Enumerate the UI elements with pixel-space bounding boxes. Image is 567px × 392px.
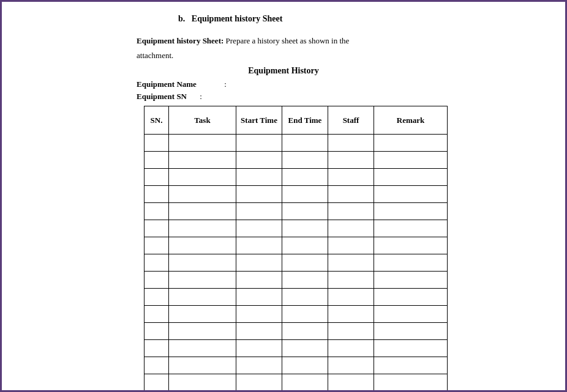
- table-cell: [169, 220, 236, 237]
- table-cell: [236, 237, 282, 254]
- table-container: SN. Task Start Time End Time Staff Remar…: [144, 106, 541, 391]
- table-cell: [169, 135, 236, 152]
- table-cell: [169, 169, 236, 186]
- table-cell: [282, 357, 328, 374]
- table-cell: [282, 340, 328, 357]
- table-cell: [374, 289, 448, 306]
- table-cell: [169, 357, 236, 374]
- table-cell: [145, 186, 169, 203]
- table-row: [145, 220, 448, 237]
- table-cell: [236, 254, 282, 272]
- table-cell: [282, 272, 328, 289]
- table-cell: [169, 254, 236, 272]
- table-cell: [374, 186, 448, 203]
- table-cell: [169, 186, 236, 203]
- table-cell: [169, 237, 236, 254]
- table-cell: [145, 357, 169, 374]
- table-row: [145, 340, 448, 357]
- table-cell: [145, 152, 169, 169]
- table-row: [145, 254, 448, 272]
- table-cell: [236, 152, 282, 169]
- table-row: [145, 169, 448, 186]
- field-equipment-sn: Equipment SN :: [137, 91, 541, 103]
- table-cell: [236, 186, 282, 203]
- table-cell: [145, 340, 169, 357]
- table-cell: [236, 272, 282, 289]
- table-cell: [328, 169, 374, 186]
- table-cell: [145, 306, 169, 323]
- table-cell: [328, 306, 374, 323]
- table-cell: [374, 152, 448, 169]
- header-end-time: End Time: [282, 106, 328, 135]
- table-cell: [374, 323, 448, 340]
- table-cell: [145, 203, 169, 220]
- table-row: [145, 186, 448, 203]
- table-cell: [145, 237, 169, 254]
- table-cell: [328, 272, 374, 289]
- table-cell: [374, 374, 448, 391]
- field-equipment-name: Equipment Name :: [137, 78, 541, 91]
- header-start-time: Start Time: [236, 106, 282, 135]
- table-cell: [374, 254, 448, 272]
- table-cell: [169, 203, 236, 220]
- table-cell: [169, 152, 236, 169]
- table-cell: [282, 254, 328, 272]
- table-row: [145, 306, 448, 323]
- table-cell: [236, 169, 282, 186]
- table-cell: [328, 237, 374, 254]
- table-row: [145, 152, 448, 169]
- table-cell: [169, 306, 236, 323]
- table-cell: [328, 357, 374, 374]
- header-task: Task: [169, 106, 236, 135]
- table-row: [145, 237, 448, 254]
- table-cell: [236, 135, 282, 152]
- equipment-sn-label: Equipment SN: [137, 91, 198, 103]
- table-cell: [374, 220, 448, 237]
- equipment-name-label: Equipment Name: [137, 78, 222, 91]
- table-cell: [236, 289, 282, 306]
- table-cell: [169, 323, 236, 340]
- table-cell: [374, 357, 448, 374]
- table-cell: [374, 135, 448, 152]
- table-cell: [236, 374, 282, 391]
- table-row: [145, 135, 448, 152]
- table-cell: [282, 203, 328, 220]
- table-cell: [145, 220, 169, 237]
- table-cell: [328, 289, 374, 306]
- table-cell: [282, 289, 328, 306]
- table-cell: [328, 152, 374, 169]
- table-cell: [145, 169, 169, 186]
- table-cell: [145, 323, 169, 340]
- table-cell: [236, 203, 282, 220]
- table-cell: [328, 254, 374, 272]
- table-cell: [169, 374, 236, 391]
- table-cell: [328, 340, 374, 357]
- section-heading-text: Equipment history Sheet: [192, 14, 283, 23]
- table-cell: [328, 135, 374, 152]
- table-cell: [236, 340, 282, 357]
- equipment-name-sep: :: [224, 78, 227, 91]
- instruction-text-line2: attachment.: [137, 51, 173, 60]
- table-cell: [282, 186, 328, 203]
- table-cell: [145, 254, 169, 272]
- table-cell: [236, 220, 282, 237]
- table-cell: [328, 220, 374, 237]
- table-cell: [145, 289, 169, 306]
- table-header-row: SN. Task Start Time End Time Staff Remar…: [145, 106, 448, 135]
- header-sn: SN.: [145, 106, 169, 135]
- header-remark: Remark: [374, 106, 448, 135]
- document-title: Equipment History: [137, 66, 430, 76]
- table-cell: [374, 272, 448, 289]
- table-cell: [328, 203, 374, 220]
- table-cell: [145, 135, 169, 152]
- table-body: [145, 135, 448, 391]
- table-cell: [282, 220, 328, 237]
- table-cell: [145, 374, 169, 391]
- table-cell: [236, 306, 282, 323]
- equipment-history-table: SN. Task Start Time End Time Staff Remar…: [144, 106, 448, 391]
- table-cell: [169, 272, 236, 289]
- table-cell: [328, 374, 374, 391]
- table-cell: [282, 306, 328, 323]
- table-cell: [328, 186, 374, 203]
- table-row: [145, 203, 448, 220]
